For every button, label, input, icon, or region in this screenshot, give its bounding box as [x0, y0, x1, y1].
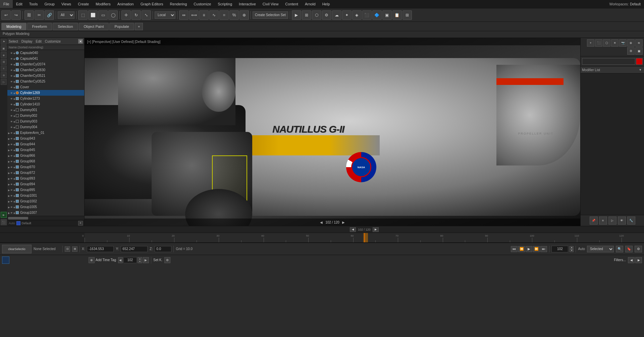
render-effects-button[interactable]: ✦: [342, 10, 352, 20]
menu-customize[interactable]: Customize: [190, 0, 214, 8]
menu-civil-view[interactable]: Civil View: [259, 0, 282, 8]
render-scene-button[interactable]: ▶: [292, 10, 301, 20]
scene-item-dummy001[interactable]: ▶ 👁 ◈ Dummy001: [7, 107, 84, 113]
modifier-dropdown-arrow[interactable]: ▼: [638, 67, 643, 72]
select-button[interactable]: ⬚: [78, 10, 88, 20]
rp-extra-btn[interactable]: ▣: [635, 47, 643, 55]
filter-prev-btn[interactable]: ◀: [628, 257, 635, 263]
rp-shape-btn[interactable]: ⬡: [603, 39, 610, 47]
select-region-button[interactable]: ⬜: [88, 10, 98, 20]
status-icon-1[interactable]: ⊡: [65, 246, 70, 252]
scene-item-group1007[interactable]: ▶ 👁 ◈ Group1007: [7, 210, 84, 215]
menu-modifiers[interactable]: Modifiers: [92, 0, 114, 8]
raytracer-button[interactable]: ◈: [352, 10, 362, 20]
left-icon-btn-1[interactable]: ⚑: [1, 39, 7, 45]
viewport-render-button[interactable]: ▣: [382, 10, 392, 20]
status-icon-2[interactable]: ⊞: [72, 246, 77, 252]
render-settings-button[interactable]: ⚙: [322, 10, 331, 20]
link-button[interactable]: ⛓: [24, 10, 34, 20]
frame-spin[interactable]: ▲ ▼: [138, 257, 142, 263]
pb-play[interactable]: ▶: [526, 246, 532, 252]
tl-range-left[interactable]: ◀: [350, 227, 356, 232]
menu-create[interactable]: Create: [74, 0, 92, 8]
menu-content[interactable]: Content: [282, 0, 302, 8]
tab-modeling[interactable]: Modeling: [1, 23, 26, 30]
scene-item-dummy002[interactable]: ▶ 👁 ◈ Dummy002: [7, 113, 84, 118]
layer-color-btn[interactable]: [2, 256, 9, 264]
tab-selection[interactable]: Selection: [53, 23, 78, 30]
render-frame-button[interactable]: ⊞: [302, 10, 311, 20]
rp-spacewarp-btn[interactable]: ≋: [635, 39, 643, 47]
color-input-bar[interactable]: [582, 58, 635, 65]
art-render-button[interactable]: 🔷: [372, 10, 382, 20]
menu-views[interactable]: Views: [58, 0, 74, 8]
tab-populate[interactable]: Populate: [109, 23, 134, 30]
search-icon[interactable]: 🔍: [616, 246, 623, 252]
rect-select-button[interactable]: ▭: [98, 10, 108, 20]
set-key-label[interactable]: Set K.: [153, 258, 162, 262]
environment-button[interactable]: ☁: [332, 10, 341, 20]
scene-item-explorerarm_01[interactable]: ▶ 👁 ◈ ExplorerArm_01: [7, 130, 84, 136]
tab-freeform[interactable]: Freeform: [27, 23, 52, 30]
scene-item-capsule040[interactable]: ▶ 👁 ◈ Capsule040: [7, 50, 84, 56]
rp-helper-btn[interactable]: ⊕: [627, 39, 635, 47]
left-icon-btn-7[interactable]: ▷: [1, 79, 7, 85]
scene-item-cylinder1273[interactable]: ▶ 👁 ◈ Cylinder1273: [7, 96, 84, 101]
menu-rendering[interactable]: Rendering: [167, 0, 191, 8]
key-options-btn[interactable]: ⚙: [164, 257, 170, 263]
rp-param-btn[interactable]: ≡: [599, 216, 607, 225]
left-icon-btn-3[interactable]: ◈: [1, 52, 7, 58]
se-tab-display[interactable]: Display: [21, 40, 33, 43]
filters-label[interactable]: Filters...: [614, 258, 626, 262]
frame-step-back[interactable]: ◀: [118, 257, 123, 263]
menu-file[interactable]: File: [0, 0, 13, 8]
layer-menu-icon[interactable]: ≡: [78, 221, 83, 226]
se-tab-edit[interactable]: Edit: [36, 40, 42, 43]
rp-display-btn[interactable]: 👁: [618, 216, 626, 225]
scene-item-group995[interactable]: ▶ 👁 ◈ Group995: [7, 187, 84, 193]
bind-button[interactable]: 🔗: [45, 10, 54, 20]
scene-item-chamfercyl2830[interactable]: ▶ 👁 ◈ ChamferCyl2830: [7, 67, 84, 73]
rp-motion-btn[interactable]: ▷: [608, 216, 616, 225]
unlink-button[interactable]: ✂: [35, 10, 44, 20]
scene-item-group968[interactable]: ▶ 👁 ◈ Group968: [7, 158, 84, 164]
scale-button[interactable]: ⤡: [142, 10, 151, 20]
pagination-prev[interactable]: ◀: [320, 221, 323, 224]
scene-explorer-close[interactable]: ✕: [78, 39, 83, 44]
left-icon-btn-4[interactable]: ⊞: [1, 59, 7, 65]
pb-start[interactable]: ⏮: [511, 246, 518, 252]
mirror-button[interactable]: ⇔: [179, 10, 189, 20]
tl-range-right[interactable]: ▶: [373, 227, 379, 232]
batch-render-button[interactable]: ⬛: [362, 10, 372, 20]
clear-selection-button[interactable]: clearSelectio: [2, 245, 32, 253]
menu-interactive[interactable]: Interactive: [235, 0, 259, 8]
scene-item-group945[interactable]: ▶ 👁 ◈ Group945: [7, 147, 84, 153]
viewport[interactable]: [+] [Perspective] [User Defined] [Defaul…: [85, 38, 580, 226]
tab-object-paint[interactable]: Object Paint: [79, 23, 109, 30]
rp-geo-btn[interactable]: ⬛: [595, 39, 602, 47]
scene-states-button[interactable]: 📋: [392, 10, 402, 20]
se-tab-select[interactable]: Select: [9, 40, 18, 43]
scene-item-cover[interactable]: ▶ 👁 ◈ Cover: [7, 84, 84, 90]
menu-animation[interactable]: Animation: [114, 0, 137, 8]
frame-number-input[interactable]: 102: [123, 257, 137, 263]
left-icon-btn-5[interactable]: ≡: [1, 65, 7, 71]
material-editor-button[interactable]: ⬡: [312, 10, 321, 20]
menu-help[interactable]: Help: [319, 0, 333, 8]
pagination-next[interactable]: ▶: [342, 221, 345, 224]
rp-camera-btn[interactable]: 📷: [619, 39, 627, 47]
frame-down[interactable]: ▼: [570, 249, 574, 252]
scene-item-group993[interactable]: ▶ 👁 ◈ Group993: [7, 176, 84, 181]
scene-item-cylinder1269[interactable]: ▶ 👁 ◈ Cylinder1269: [7, 90, 84, 96]
menu-tools[interactable]: Tools: [26, 0, 41, 8]
scene-item-chamfercyl3521[interactable]: ▶ 👁 ◈ ChamferCyl3521: [7, 73, 84, 79]
layer-button[interactable]: ≡: [199, 10, 209, 20]
snap-button[interactable]: ⊕: [239, 10, 249, 20]
scene-item-group966[interactable]: ▶ 👁 ◈ Group966: [7, 153, 84, 158]
move-button[interactable]: ✛: [121, 10, 131, 20]
frame-up[interactable]: ▲: [570, 246, 574, 249]
settings-icon[interactable]: ⚙: [635, 246, 642, 252]
left-icon-bottom[interactable]: ⬛: [1, 219, 7, 225]
scene-item-group943[interactable]: ▶ 👁 ◈ Group943: [7, 136, 84, 141]
lasso-select-button[interactable]: ◯: [108, 10, 118, 20]
